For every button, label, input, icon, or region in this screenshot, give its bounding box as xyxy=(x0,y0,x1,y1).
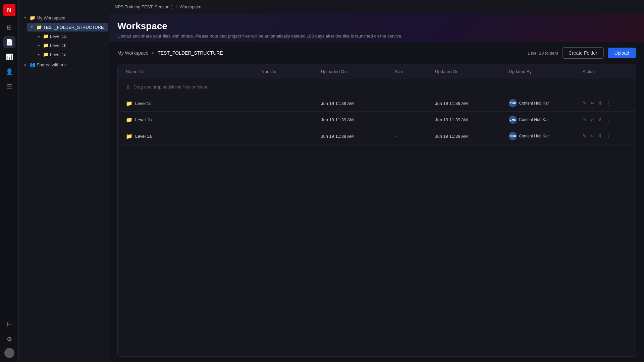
edit-icon[interactable]: ✎ xyxy=(583,117,587,123)
cell-name: 📁 Level 1c xyxy=(123,96,258,111)
file-table: Name ⇅1 Transfer Uploaded On Size Update… xyxy=(117,64,636,357)
cell-name: 📁 Level 1a xyxy=(123,129,258,143)
user-avatar: CHK xyxy=(509,99,517,107)
chevron-right-icon: ► xyxy=(30,24,35,30)
more-icon[interactable]: ⋮ xyxy=(606,117,611,123)
folder-icon: 📁 xyxy=(126,133,132,139)
header-actions: 1 file, 10 folders Create Folder Upload xyxy=(527,47,636,59)
sidebar-collapse-button[interactable]: ⊣ xyxy=(19,3,109,13)
table-header-row: Name ⇅1 Transfer Uploaded On Size Update… xyxy=(118,64,636,79)
user-badge: CHK Content Hub Kar xyxy=(509,132,549,140)
column-header-transfer: Transfer xyxy=(258,64,318,79)
main-content: NPS Training TEST: Season 1 / Workspace … xyxy=(109,0,644,362)
action-icons: ✎ ↩ ⇩ ⋮ xyxy=(583,117,611,123)
sidebar-item-level1b[interactable]: ► 📁 Level 1b xyxy=(34,41,108,50)
share-icon[interactable]: ↩ xyxy=(590,100,595,106)
user-name-label: Content Hub Kar xyxy=(519,134,549,138)
folder-icon: 📁 xyxy=(43,34,49,39)
sidebar-item-test-folder-structure[interactable]: ► 📁 TEST_FOLDER_STRUCTURE xyxy=(27,23,108,32)
row-name-label[interactable]: Level 1b xyxy=(135,117,152,122)
file-icon[interactable]: 📄 xyxy=(3,36,15,48)
person-icon[interactable]: 👤 xyxy=(3,66,15,78)
app-logo[interactable]: N xyxy=(3,4,15,16)
icon-rail: N ⊞ 📄 📊 👤 ☰ ⊢ ⚙ xyxy=(0,0,19,362)
drop-zone[interactable]: ⇧ Drag and drop additional files or fold… xyxy=(118,79,636,95)
cell-name: 📁 Level 1b xyxy=(123,113,258,127)
cell-updated-on: Jun 19 11:39 AM xyxy=(432,130,506,143)
column-header-name[interactable]: Name ⇅1 xyxy=(123,64,258,79)
action-icons: ✎ ↩ ⇩ ⋮ xyxy=(583,100,611,106)
cell-updated-on: Jun 19 11:39 AM xyxy=(432,113,506,126)
cell-size: - xyxy=(392,130,432,143)
sidebar-item-level1a[interactable]: ► 📁 Level 1a xyxy=(34,32,108,41)
share-icon[interactable]: ↩ xyxy=(590,117,595,123)
download-icon[interactable]: ⇩ xyxy=(598,117,602,123)
more-icon[interactable]: ⋮ xyxy=(606,100,611,106)
column-header-action: Action xyxy=(580,64,630,79)
download-icon[interactable]: ⇩ xyxy=(598,133,602,139)
breadcrumb-arrow-icon: ► xyxy=(151,51,155,55)
edit-icon[interactable]: ✎ xyxy=(583,100,587,106)
edit-icon[interactable]: ✎ xyxy=(583,133,587,139)
topbar: NPS Training TEST: Season 1 / Workspace xyxy=(109,0,644,14)
user-badge: CHK Content Hub Kar xyxy=(509,99,549,107)
sidebar-item-my-workspace[interactable]: ► 📁 My Workspace xyxy=(20,13,108,22)
chevron-right-icon: ► xyxy=(36,34,42,39)
cell-updated-by: CHK Content Hub Kar xyxy=(506,112,580,128)
row-name-label[interactable]: Level 1c xyxy=(135,101,151,106)
grid-icon[interactable]: ⊞ xyxy=(3,21,15,34)
page-header: Workspace Upload and share your files wi… xyxy=(109,14,644,42)
topbar-breadcrumb-project[interactable]: NPS Training TEST: Season 1 xyxy=(115,4,173,9)
table-row: 📁 Level 1b Jun 19 11:39 AM - Jun 19 11:3… xyxy=(118,112,636,128)
user-avatar: CHK xyxy=(509,132,517,140)
row-name-label[interactable]: Level 1a xyxy=(135,134,152,139)
cell-size: - xyxy=(392,113,432,126)
sidebar-item-shared-with-me[interactable]: ► 👥 Shared with me xyxy=(20,60,108,69)
sidebar-item-level1c[interactable]: ► 📁 Level 1c xyxy=(34,50,108,59)
sidebar: ⊣ ► 📁 My Workspace ► 📁 TEST_FOLDER_STRUC… xyxy=(19,0,109,362)
column-header-updated-on: Updated On xyxy=(432,64,506,79)
folder-icon: 📁 xyxy=(43,52,49,57)
user-name-label: Content Hub Kar xyxy=(519,117,549,122)
cell-action: ✎ ↩ ⇩ ⋮ xyxy=(580,96,630,110)
content-area: My Workspace ► TEST_FOLDER_STRUCTURE 1 f… xyxy=(109,42,644,362)
sidebar-tree-level1-children: ► 📁 Level 1a ► 📁 Level 1b ► 📁 Level 1c xyxy=(25,32,109,59)
avatar[interactable] xyxy=(4,348,14,358)
sidebar-item-label: Level 1b xyxy=(50,43,105,48)
create-folder-button[interactable]: Create Folder xyxy=(562,47,604,59)
share-icon[interactable]: ↩ xyxy=(590,133,595,139)
cell-action: ✎ ↩ ⇩ ⋮ xyxy=(580,129,630,143)
table-row: 📁 Level 1c Jun 19 11:39 AM - Jun 19 11:3… xyxy=(118,95,636,112)
sidebar-item-label: My Workspace xyxy=(37,15,105,20)
expand-icon[interactable]: ⊢ xyxy=(3,318,15,330)
cell-size: - xyxy=(392,97,432,110)
table-row: 📁 Level 1a Jun 19 11:39 AM - Jun 19 11:3… xyxy=(118,128,636,144)
share-icon: 👥 xyxy=(30,62,35,67)
drop-zone-label: Drag and drop additional files or folder xyxy=(133,84,207,89)
topbar-breadcrumb-workspace[interactable]: Workspace xyxy=(180,4,202,9)
folder-icon: 📁 xyxy=(126,117,132,123)
more-icon[interactable]: ⋮ xyxy=(606,133,611,139)
page-subtitle: Upload and share your files with others.… xyxy=(117,34,636,39)
cell-updated-on: Jun 19 11:39 AM xyxy=(432,97,506,110)
sidebar-item-label: TEST_FOLDER_STRUCTURE xyxy=(43,25,105,30)
user-badge: CHK Content Hub Kar xyxy=(509,116,549,124)
upload-icon: ⇧ xyxy=(126,84,130,90)
upload-button[interactable]: Upload xyxy=(608,48,636,58)
cell-transfer xyxy=(258,132,318,140)
page-title: Workspace xyxy=(117,21,636,32)
folder-icon: 📁 xyxy=(30,15,35,20)
breadcrumb-my-workspace[interactable]: My Workspace xyxy=(117,50,148,56)
chevron-right-icon: ► xyxy=(36,43,42,48)
cell-action: ✎ ↩ ⇩ ⋮ xyxy=(580,113,630,127)
list-icon[interactable]: ☰ xyxy=(3,80,15,93)
content-header: My Workspace ► TEST_FOLDER_STRUCTURE 1 f… xyxy=(117,47,636,59)
sidebar-item-label: Level 1c xyxy=(50,52,105,57)
chart-icon[interactable]: 📊 xyxy=(3,51,15,63)
download-icon[interactable]: ⇩ xyxy=(598,100,602,106)
file-count-label: 1 file, 10 folders xyxy=(527,51,558,56)
settings-icon[interactable]: ⚙ xyxy=(3,333,15,345)
breadcrumb-current: TEST_FOLDER_STRUCTURE xyxy=(158,50,223,56)
cell-uploaded-on: Jun 19 11:39 AM xyxy=(318,130,392,143)
cell-uploaded-on: Jun 19 11:39 AM xyxy=(318,97,392,110)
